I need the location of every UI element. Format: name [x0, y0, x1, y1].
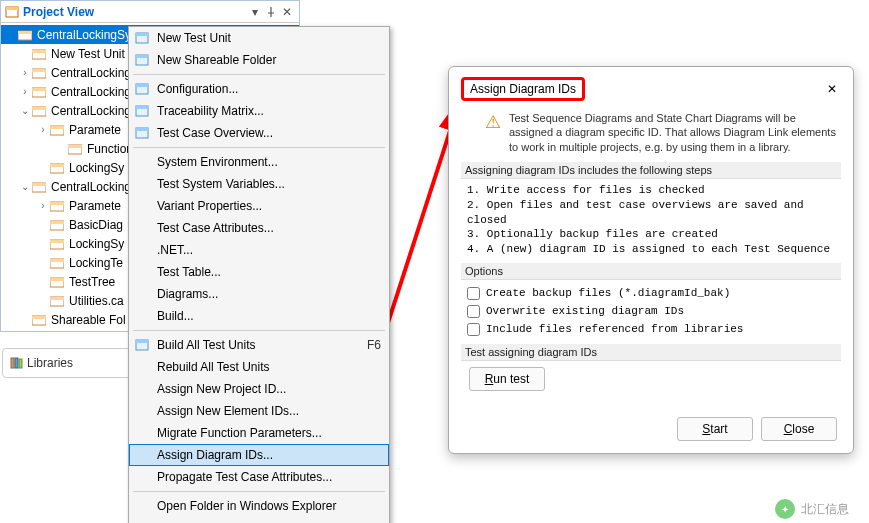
tree-node-icon — [31, 179, 47, 195]
opt-overwrite-checkbox[interactable] — [467, 305, 480, 318]
svg-rect-1 — [6, 7, 18, 10]
menu-item-label: Build All Test Units — [157, 338, 256, 352]
menu-item[interactable]: Rebuild All Test Units — [129, 356, 389, 378]
tree-item-label: Utilities.ca — [67, 294, 124, 308]
close-button[interactable]: Close — [761, 417, 837, 441]
tree-item-label: CentralLocking — [49, 85, 131, 99]
menu-item[interactable]: Test Table... — [129, 261, 389, 283]
tree-item-label: LockingTe — [67, 256, 123, 270]
menu-item[interactable]: Migrate Function Parameters... — [129, 422, 389, 444]
menu-item-label: New Shareable Folder — [157, 53, 276, 67]
svg-rect-17 — [50, 164, 64, 167]
menu-item[interactable]: Assign New Project ID... — [129, 378, 389, 400]
menu-item[interactable]: Assign Diagram IDs... — [129, 444, 389, 466]
menu-separator — [133, 74, 385, 75]
menu-separator — [133, 491, 385, 492]
menu-item-icon — [133, 80, 151, 98]
tree-item-label: Paramete — [67, 199, 121, 213]
svg-rect-11 — [32, 107, 46, 110]
dialog-info: ⚠ Test Sequence Diagrams and State Chart… — [461, 107, 841, 160]
svg-rect-7 — [32, 69, 46, 72]
menu-item-label: Migrate Function Parameters... — [157, 426, 322, 440]
tree-node-icon — [31, 84, 47, 100]
menu-item[interactable]: Assign New Element IDs... — [129, 400, 389, 422]
tree-node-icon — [31, 312, 47, 328]
menu-item[interactable]: Diagrams... — [129, 283, 389, 305]
project-view-header: Project View ▾ ✕ — [1, 1, 299, 23]
test-header: Test assigning diagram IDs — [461, 344, 841, 361]
opt-include-checkbox[interactable] — [467, 323, 480, 336]
tree-item-label: New Test Unit — [49, 47, 125, 61]
libraries-label: Libraries — [27, 356, 73, 370]
menu-item-label: Test Case Attributes... — [157, 221, 274, 235]
menu-item-icon — [133, 336, 151, 354]
tree-node-icon — [67, 141, 83, 157]
menu-item[interactable]: Propagate Test Case Attributes... — [129, 466, 389, 488]
menu-item[interactable]: Build... — [129, 305, 389, 327]
tree-node-icon — [49, 217, 65, 233]
tree-item-label: CentralLocking — [49, 180, 131, 194]
menu-item-icon — [133, 102, 151, 120]
tree-item-label: Paramete — [67, 123, 121, 137]
menu-item-label: .NET... — [157, 243, 193, 257]
tree-twisty[interactable]: ⌄ — [19, 181, 31, 192]
panel-close[interactable]: ✕ — [279, 4, 295, 20]
menu-item[interactable]: Configuration... — [129, 78, 389, 100]
pin-icon[interactable] — [263, 4, 279, 20]
menu-item-label: Test System Variables... — [157, 177, 285, 191]
menu-item[interactable]: New Shareable Folder — [129, 49, 389, 71]
tree-twisty[interactable]: › — [19, 67, 31, 78]
menu-item[interactable]: Test System Variables... — [129, 173, 389, 195]
wechat-icon: ✦ — [775, 499, 795, 519]
tree-item-label: CentralLocking — [49, 66, 131, 80]
run-test-button[interactable]: Run test — [469, 367, 545, 391]
steps-text: 1. Write access for files is checked 2. … — [461, 179, 841, 261]
svg-rect-23 — [50, 221, 64, 224]
menu-item[interactable]: Test Case Overview... — [129, 122, 389, 144]
start-button[interactable]: Start — [677, 417, 753, 441]
project-icon — [5, 5, 19, 19]
menu-item-label: Open Folder in Windows Explorer — [157, 499, 336, 513]
opt-backup[interactable]: Create backup files (*.diagramId_bak) — [467, 284, 835, 302]
tree-node-icon — [49, 274, 65, 290]
menu-item[interactable]: Test Case Attributes... — [129, 217, 389, 239]
svg-rect-48 — [136, 340, 148, 343]
assign-diagram-ids-dialog: Assign Diagram IDs ✕ ⚠ Test Sequence Dia… — [448, 66, 854, 454]
menu-item-label: Test Table... — [157, 265, 221, 279]
menu-item[interactable]: System Environment... — [129, 151, 389, 173]
tree-item-label: TestTree — [67, 275, 115, 289]
menu-item[interactable]: Expand All — [129, 517, 389, 523]
watermark-text: 北汇信息 — [801, 501, 849, 518]
panel-dropdown[interactable]: ▾ — [247, 4, 263, 20]
menu-item[interactable]: Variant Properties... — [129, 195, 389, 217]
svg-rect-42 — [136, 84, 148, 87]
menu-item-label: Traceability Matrix... — [157, 104, 264, 118]
dialog-close-button[interactable]: ✕ — [823, 80, 841, 98]
svg-rect-3 — [18, 31, 32, 34]
tree-node-icon — [49, 236, 65, 252]
tree-item-label: CentralLocking — [49, 104, 131, 118]
menu-item[interactable]: Build All Test UnitsF6 — [129, 334, 389, 356]
opt-include-label: Include files referenced from libraries — [486, 323, 743, 335]
tree-twisty[interactable]: ⌄ — [19, 105, 31, 116]
tree-twisty[interactable]: › — [37, 200, 49, 211]
tree-node-icon — [49, 198, 65, 214]
opt-include[interactable]: Include files referenced from libraries — [467, 320, 835, 338]
options-group: Create backup files (*.diagramId_bak) Ov… — [461, 280, 841, 342]
svg-rect-38 — [136, 33, 148, 36]
menu-item[interactable]: Open Folder in Windows Explorer — [129, 495, 389, 517]
tree-twisty[interactable]: › — [37, 124, 49, 135]
menu-item[interactable]: .NET... — [129, 239, 389, 261]
menu-item[interactable]: New Test Unit — [129, 27, 389, 49]
menu-separator — [133, 147, 385, 148]
menu-item-label: Rebuild All Test Units — [157, 360, 270, 374]
opt-backup-checkbox[interactable] — [467, 287, 480, 300]
menu-item-label: Variant Properties... — [157, 199, 262, 213]
svg-rect-25 — [50, 240, 64, 243]
svg-rect-34 — [11, 358, 14, 368]
tree-twisty[interactable]: › — [19, 86, 31, 97]
menu-separator — [133, 330, 385, 331]
opt-overwrite[interactable]: Overwrite existing diagram IDs — [467, 302, 835, 320]
dialog-title: Assign Diagram IDs — [461, 77, 585, 101]
menu-item[interactable]: Traceability Matrix... — [129, 100, 389, 122]
